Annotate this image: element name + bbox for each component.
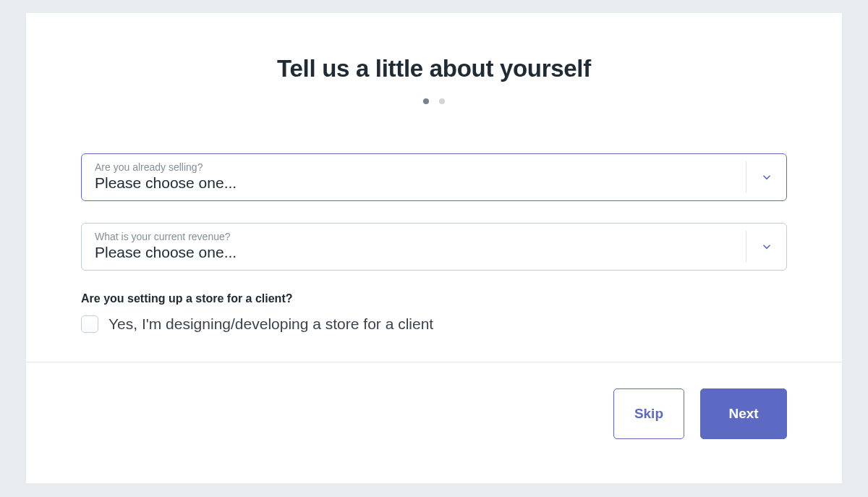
revenue-select-label: What is your current revenue? [95, 231, 743, 242]
page-title: Tell us a little about yourself [26, 55, 842, 82]
client-checkbox-row: Yes, I'm designing/developing a store fo… [81, 315, 787, 333]
form-body: Are you already selling? Please choose o… [26, 104, 842, 333]
revenue-select-value: Please choose one... [95, 244, 237, 260]
client-question-block: Are you setting up a store for a client?… [81, 292, 787, 333]
step-dot-2 [439, 98, 445, 104]
step-dot-1 [423, 98, 429, 104]
selling-select-value: Please choose one... [95, 174, 237, 191]
skip-button[interactable]: Skip [613, 388, 684, 439]
selling-select-label: Are you already selling? [95, 161, 743, 173]
step-indicator [26, 98, 842, 104]
chevron-down-icon [746, 161, 786, 193]
selling-select[interactable]: Are you already selling? Please choose o… [81, 153, 787, 201]
client-checkbox[interactable] [81, 315, 98, 333]
next-button[interactable]: Next [700, 388, 787, 439]
client-checkbox-label: Yes, I'm designing/developing a store fo… [109, 315, 433, 333]
header: Tell us a little about yourself [26, 13, 842, 104]
client-question-label: Are you setting up a store for a client? [81, 292, 787, 305]
chevron-down-icon [746, 231, 786, 263]
onboarding-card: Tell us a little about yourself Are you … [26, 13, 842, 483]
footer: Skip Next [26, 362, 842, 465]
revenue-select[interactable]: What is your current revenue? Please cho… [81, 223, 787, 271]
